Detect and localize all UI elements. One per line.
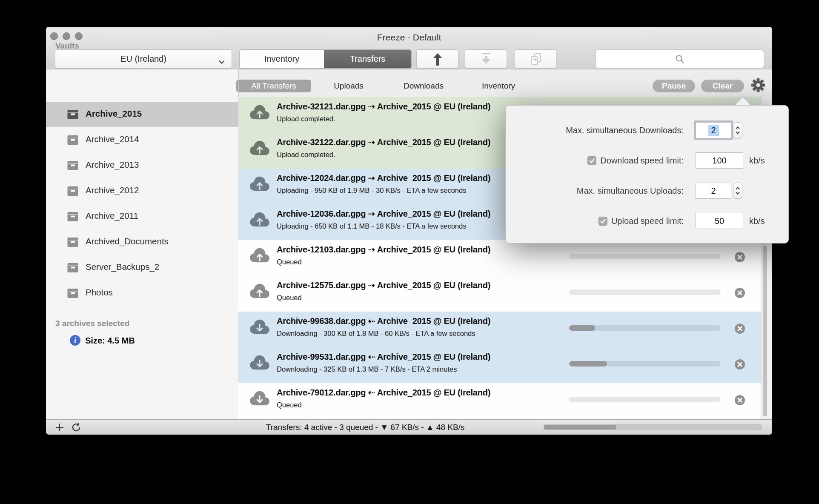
- status-bar: Transfers: 4 active - 3 queued - ▼ 67 KB…: [46, 419, 772, 435]
- cloud-transfer-icon: [248, 211, 271, 228]
- archive-name: Archive-12575.dar.gpg: [277, 281, 366, 290]
- upload-button[interactable]: [416, 49, 458, 69]
- upload-speed-row: Upload speed limit: 50 kb/s: [506, 210, 788, 232]
- sidebar-item-vault[interactable]: Server_Backups_2: [46, 255, 238, 281]
- upload-speed-limit-label: Upload speed limit:: [611, 216, 684, 226]
- transfer-destination: Archive_2015 @ EU (Ireland): [377, 352, 490, 361]
- filter-tab[interactable]: Inventory: [461, 80, 536, 92]
- transfer-status: Upload completed.: [277, 151, 335, 159]
- checkmark-icon: [588, 156, 596, 165]
- refresh-button[interactable]: [71, 422, 82, 435]
- transfer-settings-button[interactable]: [751, 78, 765, 92]
- max-downloads-stepper[interactable]: [733, 122, 742, 138]
- tab-transfers[interactable]: Transfers: [324, 50, 411, 68]
- archive-name: Archive-99531.dar.gpg: [277, 352, 366, 361]
- transfer-destination: Archive_2015 @ EU (Ireland): [377, 388, 490, 397]
- copy-archive-button[interactable]: [515, 49, 557, 69]
- vault-name: Archive_2011: [86, 211, 138, 221]
- download-speed-value: 100: [712, 156, 726, 166]
- cancel-x-icon: [735, 395, 745, 405]
- transfer-title: Archive-12024.dar.gpg ⇢ Archive_2015 @ E…: [277, 173, 490, 183]
- list-scrollbar-thumb[interactable]: [763, 246, 767, 416]
- transfer-progressbar: [569, 361, 721, 367]
- max-uploads-field-group: 2: [696, 183, 789, 199]
- cancel-transfer-button[interactable]: [735, 252, 745, 262]
- cancel-transfer-button[interactable]: [735, 288, 745, 298]
- vault-name: Archive_2014: [86, 134, 139, 144]
- download-speed-limit-checkbox[interactable]: [587, 156, 596, 165]
- vaults-sidebar: Archive_2015 Archive_2014: [46, 97, 238, 419]
- sidebar-divider: [46, 316, 238, 316]
- transfer-filter-tabs: All Transfers Uploads Downloads Inventor…: [236, 79, 536, 93]
- download-speed-label-group: Download speed limit:: [506, 156, 684, 166]
- max-uploads-value: 2: [711, 186, 716, 196]
- selection-summary: 3 archives selected: [55, 319, 129, 328]
- cloud-transfer-icon: [248, 140, 271, 157]
- filter-tab[interactable]: Downloads: [386, 80, 461, 92]
- download-speed-row: Download speed limit: 100 kb/s: [506, 150, 788, 171]
- max-uploads-stepper[interactable]: [733, 183, 742, 199]
- window-title: Freeze - Default: [46, 32, 772, 43]
- vault-box-icon: [67, 237, 78, 247]
- cancel-x-icon: [735, 359, 745, 369]
- cancel-x-icon: [735, 324, 745, 334]
- transfer-status: Uploading - 950 KB of 1.9 MB - 30 KB/s -…: [277, 186, 466, 195]
- tab-inventory[interactable]: Inventory: [240, 50, 324, 68]
- add-vault-button[interactable]: [54, 422, 65, 434]
- filter-tab[interactable]: Uploads: [311, 80, 386, 92]
- sidebar-item-vault[interactable]: Archive_2011: [46, 204, 238, 229]
- cancel-transfer-button[interactable]: [735, 359, 745, 369]
- vaults-header: Vaults: [55, 41, 79, 51]
- sidebar-item-vault[interactable]: Archive_2015: [46, 102, 238, 127]
- transfer-status: Upload completed.: [277, 115, 335, 123]
- transfer-row: Archive-79012.dar.gpg ⇠ Archive_2015 @ E…: [238, 383, 772, 419]
- sidebar-item-vault[interactable]: Archive_2014: [46, 127, 238, 153]
- selection-size: Size: 4.5 MB: [85, 334, 135, 347]
- info-icon[interactable]: i: [70, 335, 80, 346]
- upload-icon: [431, 52, 444, 66]
- sidebar-item-vault[interactable]: Archived_Documents: [46, 229, 238, 255]
- max-downloads-label: Max. simultaneous Downloads:: [506, 126, 684, 135]
- vault-name: Archived_Documents: [86, 236, 169, 246]
- upload-speed-limit-checkbox[interactable]: [598, 217, 607, 226]
- upload-speed-unit: kb/s: [749, 216, 765, 226]
- transfer-title: Archive-32121.dar.gpg ⇢ Archive_2015 @ E…: [277, 101, 490, 112]
- transfer-title: Archive-79012.dar.gpg ⇠ Archive_2015 @ E…: [277, 387, 490, 398]
- sidebar-item-vault[interactable]: Archive_2012: [46, 178, 238, 204]
- upload-speed-limit-input[interactable]: 50: [696, 213, 743, 229]
- download-button[interactable]: [465, 49, 507, 69]
- vault-box-icon: [67, 135, 78, 145]
- copy-archive-icon: [529, 52, 543, 66]
- sidebar-item-vault[interactable]: Photos: [46, 281, 238, 306]
- sidebar-header-area: [46, 69, 238, 97]
- transfer-destination: Archive_2015 @ EU (Ireland): [377, 137, 490, 147]
- transfer-destination: Archive_2015 @ EU (Ireland): [377, 245, 490, 254]
- transfer-destination: Archive_2015 @ EU (Ireland): [377, 316, 490, 326]
- cloud-transfer-icon: [248, 354, 271, 371]
- download-speed-field-group: 100 kb/s: [696, 152, 789, 169]
- archive-name: Archive-32122.dar.gpg: [277, 137, 366, 147]
- pause-button[interactable]: Pause: [653, 80, 695, 92]
- vault-name: Photos: [86, 287, 113, 298]
- transfer-row: Archive-99638.dar.gpg ⇠ Archive_2015 @ E…: [238, 312, 772, 347]
- archive-name: Archive-12036.dar.gpg: [277, 209, 366, 218]
- cancel-transfer-button[interactable]: [735, 395, 745, 405]
- transfer-status: Uploading - 650 KB of 1.1 MB - 18 KB/s -…: [277, 222, 466, 230]
- transfer-status: Queued: [277, 294, 302, 302]
- transfer-progressbar: [569, 289, 721, 295]
- download-speed-limit-input[interactable]: 100: [696, 152, 743, 169]
- max-uploads-input[interactable]: 2: [696, 183, 731, 199]
- sidebar-item-vault[interactable]: Archive_2013: [46, 153, 238, 178]
- popover-body: Max. simultaneous Downloads: 2 Download …: [505, 105, 789, 243]
- max-downloads-input[interactable]: 2: [696, 122, 731, 138]
- search-input[interactable]: [596, 49, 764, 69]
- transfer-title: Archive-12575.dar.gpg ⇢ Archive_2015 @ E…: [277, 280, 490, 290]
- transfer-direction-arrow: ⇢: [368, 137, 375, 147]
- transfer-progressbar: [569, 325, 721, 331]
- clear-button[interactable]: Clear: [701, 80, 744, 92]
- region-vault-selector[interactable]: EU (Ireland): [55, 49, 232, 69]
- cancel-transfer-button[interactable]: [735, 324, 745, 334]
- transfer-title: Archive-99531.dar.gpg ⇠ Archive_2015 @ E…: [277, 352, 490, 362]
- filter-tab[interactable]: All Transfers: [236, 80, 311, 92]
- chevron-down-icon: [218, 57, 226, 67]
